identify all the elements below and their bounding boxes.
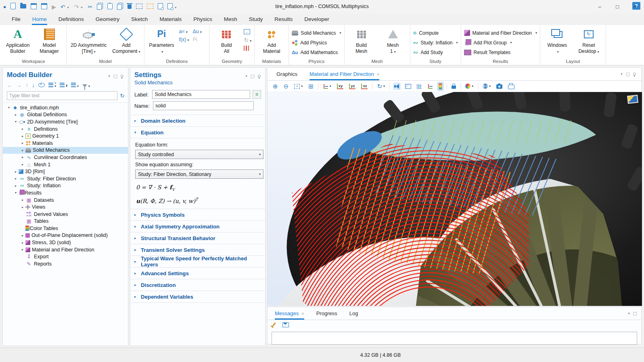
tree-expander-icon[interactable]: ▸ [20,234,25,237]
tree-item-export[interactable]: ↧Export [3,253,128,260]
palette-button[interactable]: ▾ [464,82,475,90]
save-button[interactable] [31,3,37,10]
paste-button[interactable] [107,3,113,10]
run-button[interactable]: ▶ [52,4,56,10]
tree-item-curvilinear-coordinates[interactable]: ▸∿Curvilinear Coordinates [3,154,128,161]
delete-button[interactable] [128,3,132,10]
tree-expander-icon[interactable]: ▸ [20,155,25,159]
ribbon-button-add-mathematics[interactable]: ΔuAdd Mathematics [292,48,341,56]
zoom-box-button[interactable]: +▾ [293,83,304,90]
select-frame-button[interactable] [136,4,142,10]
ribbon-button-add-component[interactable]: AddComponent▾ [111,26,141,54]
expand-button[interactable]: ▾ [48,82,56,88]
label-field-input[interactable] [152,90,250,99]
orientation-axes-button[interactable] [426,82,434,90]
rebuild-button[interactable]: ↻▾ [244,37,251,43]
tree-expander-icon[interactable]: ▸ [13,113,19,117]
close-icon[interactable]: × [377,72,379,77]
ribbon-button-compute[interactable]: =Compute [413,29,458,37]
tree-expander-icon[interactable]: ▸ [20,134,25,138]
tree-item-out-of-plane-displacement-solid[interactable]: ▸Out-of-Plane Displacement (solid) [3,232,128,239]
grid-button[interactable] [416,83,423,90]
scene-sound-button[interactable] [393,83,401,90]
chevron-down-icon[interactable]: ▾ [109,74,110,78]
chevron-down-icon[interactable]: ▾ [246,74,247,78]
ribbon-button-result-templates[interactable]: Result Templates [464,48,537,56]
menu-tab-home[interactable]: Home [32,13,47,25]
chevron-down-icon[interactable]: ▾ [621,72,623,76]
show-button[interactable] [38,82,45,88]
tree-item-2d-axisymmetric-tire[interactable]: ▾2D Axisymmetric [Tire] [3,118,128,126]
cut-button[interactable]: ✂ [88,4,93,10]
ribbon-button-material-and-fiber-direction[interactable]: Material and Fiber Direction▾ [464,29,537,37]
menu-tab-mesh[interactable]: Mesh [224,13,238,25]
move-down-button[interactable]: ↓ [32,82,35,88]
section-dependent-variables[interactable]: ▸Dependent Variables [130,291,265,303]
tree-item-tire-inflation-mph[interactable]: ▾◆tire_inflation.mph [3,104,128,111]
section-structural-transient-behavior[interactable]: ▸Structural Transient Behavior [130,232,265,244]
tree-item-color-tables[interactable]: Color Tables [3,225,128,232]
section-domain-selection[interactable]: ▸Domain Selection [130,115,265,127]
tree-item-views[interactable]: ▸Views [3,203,128,211]
tree-item-tables[interactable]: ▦Tables [3,218,128,225]
move-up-button[interactable]: ↑ [25,82,28,88]
tree-item-materials[interactable]: ▸Materials [3,140,128,147]
graphics-viewport[interactable] [268,92,642,306]
rotate-button[interactable]: ↻▾ [376,82,386,91]
section-transient-solver-settings[interactable]: ▸Transient Solver Settings [130,244,265,256]
ribbon-button-add-physics[interactable]: Add Physics [292,39,341,46]
float-panel-icon[interactable]: ▢ [633,311,637,316]
menu-tab-sketch[interactable]: Sketch [131,13,148,25]
view-xz-button[interactable]: xz [360,82,369,90]
node-text-button[interactable]: ▾ [71,82,79,88]
tree-expander-icon[interactable]: ▸ [20,205,25,209]
tab-material-and-fiber-direction[interactable]: Material and Fiber Direction× [309,68,379,80]
tree-item-stress-3d-solid[interactable]: ▸Stress, 3D (solid) [3,239,128,246]
ribbon-button-solid-mechanics[interactable]: Solid Mechanics▾ [292,29,341,37]
redo-button[interactable]: ↷ [74,4,79,10]
show-equation-select[interactable]: Study: Fiber Direction, Stationary ▾ [135,169,263,179]
search-document-button[interactable] [167,3,173,10]
label-indicator-icon[interactable]: ≡ [253,90,261,99]
plot-preview-icon[interactable] [627,95,638,104]
view-yz-button[interactable]: yz [348,82,357,90]
comsol-logo-button[interactable]: ● [3,4,6,10]
tree-expander-icon[interactable]: ▸ [20,141,25,145]
section-axial-symmetry-approximation[interactable]: ▸Axial Symmetry Approximation [130,221,265,232]
tab-log[interactable]: Log [349,307,358,320]
filter-button[interactable]: ▾ [82,82,90,88]
copy-button[interactable] [97,3,103,11]
new-file-button[interactable] [10,3,16,10]
tree-item-datasets[interactable]: ▸▦Datasets [3,197,128,204]
minimize-button[interactable]: – [591,0,608,13]
tree-item-material-and-fiber-direction[interactable]: ▸Material and Fiber Direction [3,246,128,253]
ribbon-button-parameters[interactable]: PiParameters▾ [147,26,176,54]
ribbon-button-build-all[interactable]: BuildAll [212,26,240,54]
tree-item-3d-rim[interactable]: ▸3D [Rim] [3,168,128,175]
tree-item-global-definitions[interactable]: ▸⊕Global Definitions [3,111,128,119]
menu-tab-file[interactable]: File [11,13,21,25]
float-panel-icon[interactable]: ▢ [626,71,630,77]
tree-expander-icon[interactable]: ▸ [20,127,25,131]
ribbon-button-application-builder[interactable]: AApplicationBuilder [4,26,32,54]
virtual-operations-button[interactable] [244,46,249,52]
menu-tab-study[interactable]: Study [249,13,263,25]
tree-item-geometry-1[interactable]: ▸AGeometry 1 [3,132,128,140]
menu-tab-physics[interactable]: Physics [193,13,213,25]
ribbon-button-add-study[interactable]: ∾Add Study [413,48,458,56]
tree-expander-icon[interactable]: ▸ [13,170,19,174]
tree-item-study-inflation[interactable]: ▸∾Study: Inflation [3,182,128,190]
ribbon-button-study-inflation[interactable]: ∾Study: Inflation▾ [413,39,458,46]
ribbon-button-pi[interactable]: Pi [192,37,206,42]
go-back-button[interactable]: ← [7,82,13,88]
go-forward-button[interactable]: → [16,82,22,88]
tree-expander-icon[interactable]: ▾ [13,191,19,195]
tree-item-results[interactable]: ▾Results [3,189,128,197]
clear-messages-button[interactable] [272,321,278,329]
close-button[interactable]: × [626,0,644,13]
tree-expander-icon[interactable]: ▸ [20,149,25,152]
pin-icon[interactable] [633,73,636,75]
section-equation[interactable]: ▾Equation [130,127,265,138]
section-physics-symbols[interactable]: ▸Physics Symbols [130,209,265,221]
tree-expander-icon[interactable]: ▸ [20,248,25,251]
